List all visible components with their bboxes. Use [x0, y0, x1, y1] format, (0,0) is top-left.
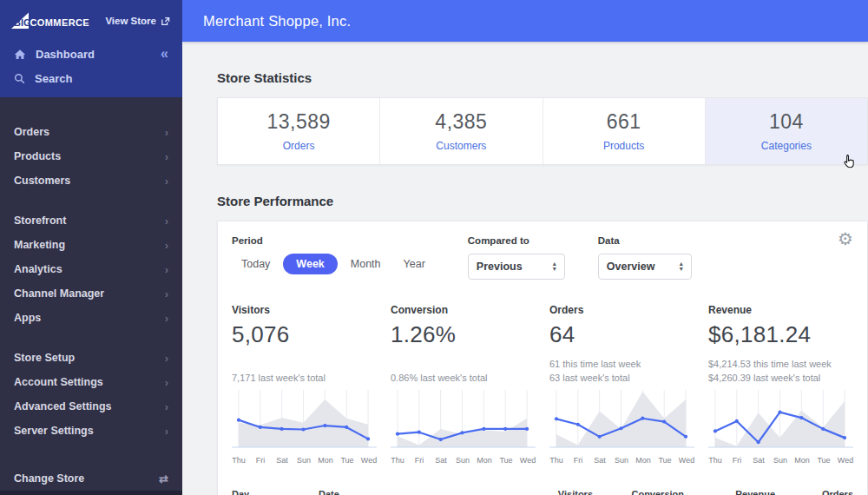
metrics-row: Visitors5,0767,171 last week's totalConv… — [232, 304, 853, 385]
stat-card-categories[interactable]: 104Categories — [706, 98, 867, 164]
period-option-week[interactable]: Week — [283, 254, 337, 274]
period-option-month[interactable]: Month — [341, 254, 391, 274]
chevron-right-icon: › — [165, 150, 168, 163]
sidebar-item-label: Channel Manager — [14, 287, 104, 300]
chevron-right-icon: › — [165, 126, 168, 139]
sidebar-item-orders[interactable]: Orders› — [0, 120, 182, 144]
store-name-title: Merchant Shoppe, Inc. — [203, 13, 351, 30]
sidebar-item-search[interactable]: Search — [0, 66, 182, 90]
bigcommerce-logo: BIG COMMERCE — [10, 10, 99, 31]
stat-value: 4,385 — [435, 110, 487, 134]
performance-table-header: DayDateVisitorsConversionRevenueOrders — [232, 489, 853, 495]
sidebar-item-label: Storefront — [14, 214, 66, 227]
chevron-right-icon: › — [165, 214, 168, 228]
sparkline-chart — [391, 388, 536, 454]
sidebar-item-dashboard[interactable]: Dashboard « — [0, 42, 182, 66]
collapse-sidebar-icon[interactable]: « — [161, 46, 168, 62]
day-label: Sun — [773, 456, 787, 465]
stepper-icon: ▴ ▾ — [553, 261, 556, 273]
metric-revenue: Revenue$6,181.24$4,214.53 this time last… — [708, 304, 853, 385]
sidebar-item-label: Account Settings — [14, 376, 103, 388]
sidebar-item-server-settings[interactable]: Server Settings› — [0, 419, 182, 443]
sidebar-item-account-settings[interactable]: Account Settings› — [0, 370, 182, 394]
chevron-right-icon: › — [165, 175, 168, 188]
day-label: Tue — [340, 456, 353, 465]
compared-to-label: Compared to — [468, 235, 565, 246]
metric-subtext: $4,214.53 this time last week — [708, 357, 853, 371]
table-header-date: Date — [319, 489, 515, 495]
performance-controls: Period TodayWeekMonthYear Compared to Pr… — [232, 235, 853, 280]
compared-to-select[interactable]: Previous ▴ ▾ — [468, 254, 565, 280]
gear-icon[interactable]: ⚙ — [838, 230, 853, 248]
stat-card-customers[interactable]: 4,385Customers — [380, 98, 542, 164]
period-option-today[interactable]: Today — [232, 254, 279, 274]
stat-label: Categories — [761, 140, 812, 152]
sparkline-orders-sparkline: ThuFriSatSunMonTueWed — [549, 388, 694, 466]
chevron-right-icon: › — [165, 312, 168, 325]
chevron-right-icon: › — [165, 287, 168, 300]
view-store-link[interactable]: View Store — [105, 16, 170, 26]
day-label: Mon — [318, 456, 333, 465]
store-statistics-panel: 13,589Orders4,385Customers661Products104… — [217, 97, 868, 165]
day-label: Fri — [574, 456, 583, 465]
day-label: Tue — [499, 456, 512, 465]
swap-arrows-icon: ⇄ — [159, 472, 168, 485]
sidebar-item-change-store[interactable]: Change Store ⇄ — [0, 466, 182, 491]
sidebar-item-marketing[interactable]: Marketing› — [0, 233, 182, 257]
day-label: Mon — [477, 456, 492, 465]
chevron-right-icon: › — [165, 400, 168, 413]
view-store-label: View Store — [105, 16, 156, 26]
sidebar-item-label: Analytics — [14, 263, 62, 275]
sparkline-revenue-sparkline: ThuFriSatSunMonTueWed — [708, 388, 853, 466]
sparkline-charts-row: ThuFriSatSunMonTueWedThuFriSatSunMonTueW… — [232, 388, 853, 466]
day-axis-labels: ThuFriSatSunMonTueWed — [708, 454, 853, 466]
metric-value: 64 — [549, 321, 694, 348]
sidebar-item-customers[interactable]: Customers› — [0, 168, 182, 193]
sparkline-conversion-sparkline: ThuFriSatSunMonTueWed — [391, 388, 536, 466]
metric-value: 1.26% — [391, 321, 536, 348]
period-option-year[interactable]: Year — [394, 254, 435, 274]
day-label: Fri — [415, 456, 424, 465]
day-label: Wed — [838, 456, 853, 465]
topbar: Merchant Shoppe, Inc. — [182, 0, 868, 42]
app-window: BIG COMMERCE View Store Dashboard — [0, 0, 868, 495]
sidebar-item-label: Search — [35, 72, 72, 85]
metric-subtext: $4,260.39 last week's total — [708, 371, 853, 385]
sidebar-item-products[interactable]: Products› — [0, 144, 182, 168]
metric-subtexts: 61 this time last week63 last week's tot… — [549, 357, 694, 385]
store-performance-heading: Store Performance — [217, 194, 868, 208]
stat-card-orders[interactable]: 13,589Orders — [218, 98, 380, 164]
period-label: Period — [232, 235, 435, 246]
sidebar-item-channel-manager[interactable]: Channel Manager› — [0, 281, 182, 306]
sidebar-item-label: Orders — [14, 126, 49, 138]
day-label: Sat — [594, 456, 606, 465]
stepper-icon: ▴ ▾ — [680, 261, 683, 273]
day-label: Thu — [708, 456, 722, 465]
sidebar-item-store-setup[interactable]: Store Setup› — [0, 346, 182, 370]
table-header-conversion: Conversion — [602, 489, 684, 495]
day-label: Sun — [615, 456, 628, 465]
chevron-right-icon: › — [165, 263, 168, 276]
day-label: Thu — [549, 456, 563, 465]
day-axis-labels: ThuFriSatSunMonTueWed — [232, 454, 377, 466]
day-label: Mon — [794, 456, 810, 465]
day-label: Wed — [679, 456, 694, 465]
metric-subtexts: 0.86% last week's total — [391, 357, 536, 385]
stat-label: Orders — [283, 140, 315, 152]
sidebar-item-advanced-settings[interactable]: Advanced Settings› — [0, 394, 182, 419]
day-label: Wed — [520, 456, 536, 465]
stat-card-products[interactable]: 661Products — [543, 98, 706, 164]
metric-orders: Orders6461 this time last week63 last we… — [549, 304, 694, 385]
day-label: Tue — [658, 456, 671, 465]
sidebar-item-apps[interactable]: Apps› — [0, 306, 182, 330]
data-select[interactable]: Overview ▴ ▾ — [598, 254, 692, 280]
chevron-right-icon: › — [165, 425, 168, 438]
metric-name: Visitors — [232, 304, 377, 316]
logo-text-commerce: COMMERCE — [30, 17, 90, 28]
sidebar-item-analytics[interactable]: Analytics› — [0, 257, 182, 281]
sidebar-item-storefront[interactable]: Storefront› — [0, 208, 182, 233]
change-store-label: Change Store — [14, 472, 84, 485]
stepper-down-icon: ▾ — [680, 267, 683, 273]
metric-name: Revenue — [708, 304, 853, 316]
compared-to-control: Compared to Previous ▴ ▾ — [468, 235, 565, 280]
